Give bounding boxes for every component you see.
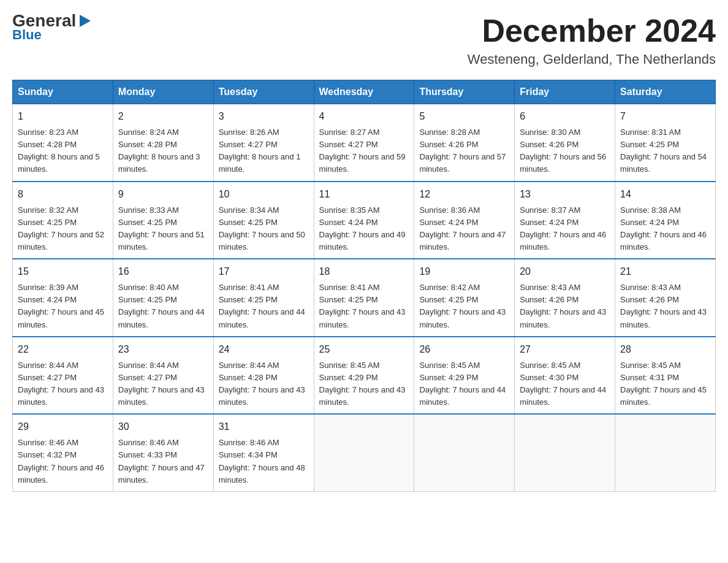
day-info: Sunrise: 8:45 AMSunset: 4:31 PMDaylight:… — [620, 361, 707, 407]
day-info: Sunrise: 8:43 AMSunset: 4:26 PMDaylight:… — [620, 283, 707, 329]
calendar-header-row: SundayMondayTuesdayWednesdayThursdayFrid… — [13, 80, 716, 104]
calendar-cell: 6 Sunrise: 8:30 AMSunset: 4:26 PMDayligh… — [515, 104, 615, 182]
day-number: 23 — [118, 342, 208, 357]
day-number: 8 — [18, 187, 108, 202]
calendar-cell: 17 Sunrise: 8:41 AMSunset: 4:25 PMDaylig… — [213, 259, 314, 337]
logo: General Blue — [12, 12, 94, 43]
calendar-cell: 22 Sunrise: 8:44 AMSunset: 4:27 PMDaylig… — [13, 337, 113, 415]
day-info: Sunrise: 8:27 AMSunset: 4:27 PMDaylight:… — [319, 128, 406, 174]
day-number: 15 — [18, 264, 108, 279]
day-info: Sunrise: 8:44 AMSunset: 4:27 PMDaylight:… — [118, 361, 205, 407]
day-info: Sunrise: 8:42 AMSunset: 4:25 PMDaylight:… — [419, 283, 506, 329]
day-number: 31 — [219, 419, 309, 434]
day-info: Sunrise: 8:45 AMSunset: 4:30 PMDaylight:… — [520, 361, 606, 407]
calendar-cell: 11 Sunrise: 8:35 AMSunset: 4:24 PMDaylig… — [314, 182, 414, 259]
day-number: 2 — [118, 109, 208, 124]
day-number: 18 — [319, 264, 409, 279]
day-number: 7 — [620, 109, 710, 124]
calendar-header-sunday: Sunday — [13, 80, 113, 104]
calendar-cell: 27 Sunrise: 8:45 AMSunset: 4:30 PMDaylig… — [515, 337, 615, 415]
calendar-cell — [515, 414, 615, 491]
day-number: 21 — [620, 264, 710, 279]
calendar-header-saturday: Saturday — [615, 80, 716, 104]
calendar-cell — [314, 414, 414, 491]
day-info: Sunrise: 8:40 AMSunset: 4:25 PMDaylight:… — [118, 283, 205, 329]
day-number: 4 — [319, 109, 409, 124]
day-info: Sunrise: 8:26 AMSunset: 4:27 PMDaylight:… — [219, 128, 301, 174]
svg-marker-0 — [80, 15, 91, 27]
day-number: 28 — [620, 342, 710, 357]
calendar-cell: 15 Sunrise: 8:39 AMSunset: 4:24 PMDaylig… — [13, 259, 113, 337]
day-number: 1 — [18, 109, 108, 124]
calendar-cell: 19 Sunrise: 8:42 AMSunset: 4:25 PMDaylig… — [414, 259, 515, 337]
calendar-cell: 13 Sunrise: 8:37 AMSunset: 4:24 PMDaylig… — [515, 182, 615, 259]
day-info: Sunrise: 8:46 AMSunset: 4:32 PMDaylight:… — [18, 438, 104, 484]
calendar-cell: 31 Sunrise: 8:46 AMSunset: 4:34 PMDaylig… — [213, 414, 314, 491]
day-info: Sunrise: 8:33 AMSunset: 4:25 PMDaylight:… — [118, 205, 205, 251]
day-number: 27 — [520, 342, 610, 357]
day-info: Sunrise: 8:41 AMSunset: 4:25 PMDaylight:… — [319, 283, 406, 329]
calendar-table: SundayMondayTuesdayWednesdayThursdayFrid… — [12, 80, 716, 492]
calendar-cell: 20 Sunrise: 8:43 AMSunset: 4:26 PMDaylig… — [515, 259, 615, 337]
day-number: 13 — [520, 187, 610, 202]
day-info: Sunrise: 8:37 AMSunset: 4:24 PMDaylight:… — [520, 205, 606, 251]
day-info: Sunrise: 8:23 AMSunset: 4:28 PMDaylight:… — [18, 128, 100, 174]
calendar-cell: 23 Sunrise: 8:44 AMSunset: 4:27 PMDaylig… — [113, 337, 213, 415]
day-info: Sunrise: 8:39 AMSunset: 4:24 PMDaylight:… — [18, 283, 104, 329]
location-title: Westeneng, Gelderland, The Netherlands — [468, 52, 716, 67]
calendar-cell: 14 Sunrise: 8:38 AMSunset: 4:24 PMDaylig… — [615, 182, 716, 259]
day-info: Sunrise: 8:34 AMSunset: 4:25 PMDaylight:… — [219, 205, 305, 251]
calendar-cell — [414, 414, 515, 491]
calendar-cell: 30 Sunrise: 8:46 AMSunset: 4:33 PMDaylig… — [113, 414, 213, 491]
day-number: 29 — [18, 419, 108, 434]
day-info: Sunrise: 8:35 AMSunset: 4:24 PMDaylight:… — [319, 205, 406, 251]
calendar-cell: 25 Sunrise: 8:45 AMSunset: 4:29 PMDaylig… — [314, 337, 414, 415]
day-number: 10 — [219, 187, 309, 202]
day-info: Sunrise: 8:45 AMSunset: 4:29 PMDaylight:… — [319, 361, 406, 407]
day-info: Sunrise: 8:24 AMSunset: 4:28 PMDaylight:… — [118, 128, 200, 174]
day-number: 17 — [219, 264, 309, 279]
day-number: 11 — [319, 187, 409, 202]
calendar-cell: 28 Sunrise: 8:45 AMSunset: 4:31 PMDaylig… — [615, 337, 716, 415]
day-info: Sunrise: 8:32 AMSunset: 4:25 PMDaylight:… — [18, 205, 104, 251]
day-number: 16 — [118, 264, 208, 279]
calendar-cell: 1 Sunrise: 8:23 AMSunset: 4:28 PMDayligh… — [13, 104, 113, 182]
day-number: 9 — [118, 187, 208, 202]
calendar-week-row: 8 Sunrise: 8:32 AMSunset: 4:25 PMDayligh… — [13, 182, 716, 259]
calendar-cell: 10 Sunrise: 8:34 AMSunset: 4:25 PMDaylig… — [213, 182, 314, 259]
day-number: 22 — [18, 342, 108, 357]
calendar-header-friday: Friday — [515, 80, 615, 104]
day-info: Sunrise: 8:46 AMSunset: 4:34 PMDaylight:… — [219, 438, 305, 484]
calendar-cell: 2 Sunrise: 8:24 AMSunset: 4:28 PMDayligh… — [113, 104, 213, 182]
day-info: Sunrise: 8:41 AMSunset: 4:25 PMDaylight:… — [219, 283, 305, 329]
calendar-cell: 12 Sunrise: 8:36 AMSunset: 4:24 PMDaylig… — [414, 182, 515, 259]
day-number: 20 — [520, 264, 610, 279]
calendar-cell: 3 Sunrise: 8:26 AMSunset: 4:27 PMDayligh… — [213, 104, 314, 182]
day-number: 26 — [419, 342, 509, 357]
day-info: Sunrise: 8:36 AMSunset: 4:24 PMDaylight:… — [419, 205, 506, 251]
calendar-cell: 5 Sunrise: 8:28 AMSunset: 4:26 PMDayligh… — [414, 104, 515, 182]
day-info: Sunrise: 8:45 AMSunset: 4:29 PMDaylight:… — [419, 361, 506, 407]
calendar-cell: 4 Sunrise: 8:27 AMSunset: 4:27 PMDayligh… — [314, 104, 414, 182]
calendar-cell: 7 Sunrise: 8:31 AMSunset: 4:25 PMDayligh… — [615, 104, 716, 182]
day-number: 14 — [620, 187, 710, 202]
day-number: 19 — [419, 264, 509, 279]
calendar-week-row: 1 Sunrise: 8:23 AMSunset: 4:28 PMDayligh… — [13, 104, 716, 182]
calendar-week-row: 15 Sunrise: 8:39 AMSunset: 4:24 PMDaylig… — [13, 259, 716, 337]
calendar-header-monday: Monday — [113, 80, 213, 104]
calendar-cell: 8 Sunrise: 8:32 AMSunset: 4:25 PMDayligh… — [13, 182, 113, 259]
calendar-cell: 29 Sunrise: 8:46 AMSunset: 4:32 PMDaylig… — [13, 414, 113, 491]
calendar-cell: 16 Sunrise: 8:40 AMSunset: 4:25 PMDaylig… — [113, 259, 213, 337]
calendar-week-row: 29 Sunrise: 8:46 AMSunset: 4:32 PMDaylig… — [13, 414, 716, 491]
day-number: 24 — [219, 342, 309, 357]
day-info: Sunrise: 8:38 AMSunset: 4:24 PMDaylight:… — [620, 205, 707, 251]
calendar-week-row: 22 Sunrise: 8:44 AMSunset: 4:27 PMDaylig… — [13, 337, 716, 415]
calendar-cell: 9 Sunrise: 8:33 AMSunset: 4:25 PMDayligh… — [113, 182, 213, 259]
day-info: Sunrise: 8:30 AMSunset: 4:26 PMDaylight:… — [520, 128, 606, 174]
logo-arrow-icon — [77, 12, 94, 29]
day-info: Sunrise: 8:46 AMSunset: 4:33 PMDaylight:… — [118, 438, 205, 484]
day-info: Sunrise: 8:31 AMSunset: 4:25 PMDaylight:… — [620, 128, 707, 174]
day-number: 3 — [219, 109, 309, 124]
day-info: Sunrise: 8:43 AMSunset: 4:26 PMDaylight:… — [520, 283, 606, 329]
day-info: Sunrise: 8:28 AMSunset: 4:26 PMDaylight:… — [419, 128, 506, 174]
